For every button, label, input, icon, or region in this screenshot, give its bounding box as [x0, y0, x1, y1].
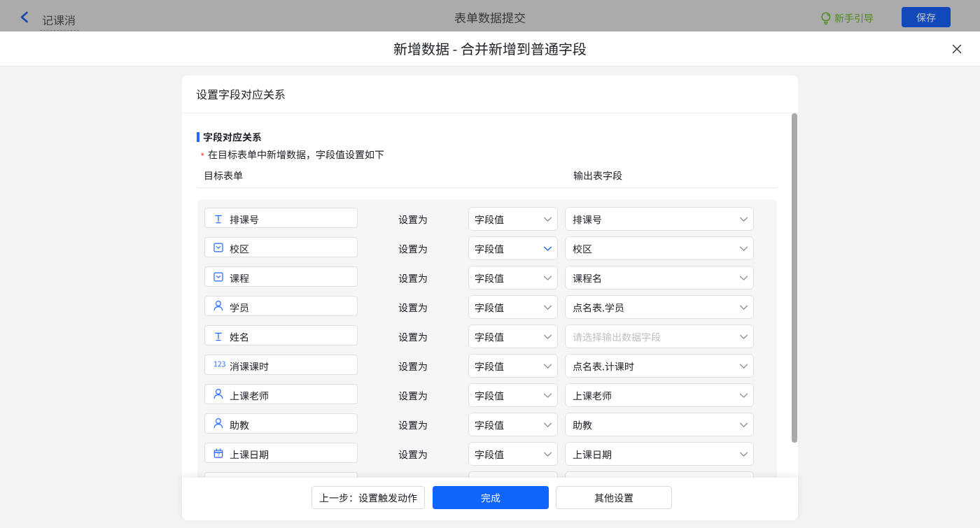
- svg-text:7: 7: [217, 452, 220, 457]
